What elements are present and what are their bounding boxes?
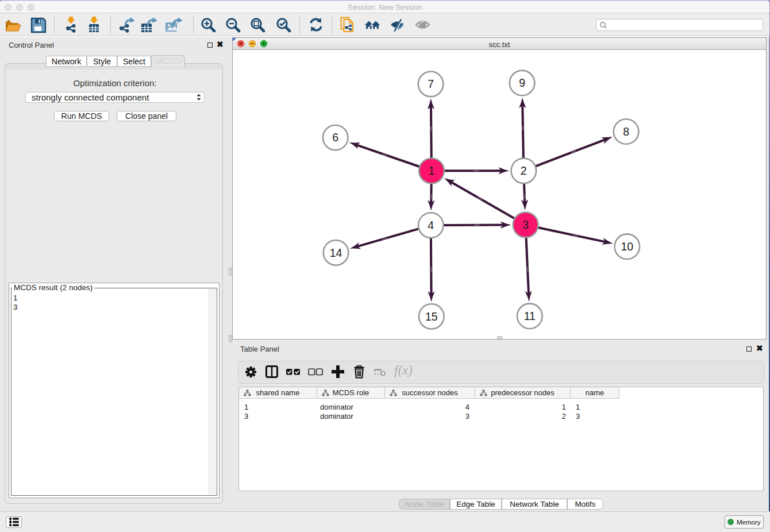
svg-text:1: 1 (429, 164, 435, 177)
svg-text:3: 3 (522, 218, 529, 231)
svg-text:10: 10 (621, 240, 633, 253)
svg-text:7: 7 (428, 78, 434, 90)
svg-text:15: 15 (425, 310, 438, 323)
svg-text:11: 11 (524, 310, 536, 322)
svg-text:6: 6 (332, 131, 338, 144)
svg-text:14: 14 (330, 246, 342, 259)
svg-text:4: 4 (428, 219, 434, 232)
svg-text:9: 9 (519, 76, 525, 89)
svg-text:8: 8 (623, 125, 629, 138)
svg-text:2: 2 (521, 164, 527, 177)
